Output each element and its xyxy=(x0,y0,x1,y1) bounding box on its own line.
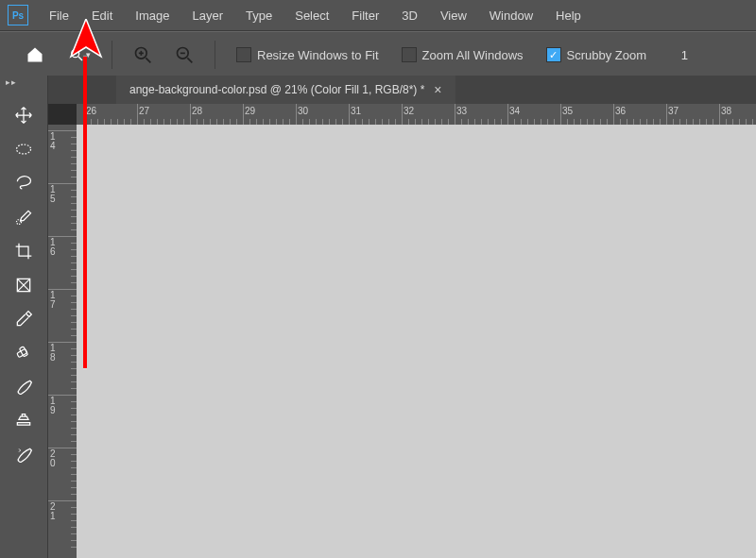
chevron-down-icon: ▾ xyxy=(86,50,91,59)
ruler-tick-label: 30 xyxy=(298,106,308,116)
document-tab[interactable]: ange-background-color.psd @ 21% (Color F… xyxy=(116,76,455,104)
ruler-tick-label: 14 xyxy=(50,132,60,151)
menu-image[interactable]: Image xyxy=(124,0,180,30)
menu-bar: Ps File Edit Image Layer Type Select Fil… xyxy=(0,0,756,31)
history-brush-tool[interactable] xyxy=(9,441,38,469)
menu-edit[interactable]: Edit xyxy=(80,0,124,30)
ruler-tick-label: 17 xyxy=(50,291,60,310)
ruler-tick-label: 37 xyxy=(668,106,679,116)
scrubby-zoom-label: Scrubby Zoom xyxy=(567,48,647,62)
tool-panel: ▸▸ xyxy=(0,76,48,558)
canvas[interactable] xyxy=(77,125,756,558)
home-button[interactable] xyxy=(23,42,47,67)
ruler-tick-label: 29 xyxy=(245,106,255,116)
menu-help[interactable]: Help xyxy=(544,0,593,30)
menu-select[interactable]: Select xyxy=(284,0,340,30)
ruler-tick-label: 33 xyxy=(456,106,467,116)
separator xyxy=(112,41,112,69)
clone-stamp-tool[interactable] xyxy=(9,407,38,435)
eyedropper-tool[interactable] xyxy=(9,305,38,333)
ruler-tick-label: 20 xyxy=(50,449,60,468)
ruler-tick-label: 34 xyxy=(509,106,520,116)
resize-windows-checkbox[interactable]: Resize Windows to Fit xyxy=(236,47,379,62)
menu-type[interactable]: Type xyxy=(234,0,284,30)
ruler-tick-label: 19 xyxy=(50,397,60,415)
document-tab-label: ange-background-color.psd @ 21% (Color F… xyxy=(129,83,424,96)
zoom-value: 1 xyxy=(665,48,688,62)
ruler-tick-label: 38 xyxy=(721,106,731,116)
panel-expand-icon[interactable]: ▸▸ xyxy=(6,77,17,87)
ruler-tick-label: 26 xyxy=(86,106,96,116)
ruler-tick-label: 18 xyxy=(50,344,60,363)
menu-file[interactable]: File xyxy=(38,0,80,30)
scrubby-zoom-checkbox[interactable]: ✓ Scrubby Zoom xyxy=(546,47,647,62)
ruler-vertical[interactable]: 1415161718192021 xyxy=(48,125,77,558)
ruler-tick-label: 28 xyxy=(192,106,202,116)
work-area: ▸▸ ange-background-color.psd @ 21% (Colo… xyxy=(0,76,756,558)
ruler-horizontal[interactable]: 26272829303132333435363738 xyxy=(77,104,756,126)
ruler-tick-label: 16 xyxy=(50,238,60,257)
svg-point-10 xyxy=(17,220,22,225)
zoom-in-button[interactable] xyxy=(128,40,158,70)
checkbox-icon xyxy=(236,47,251,62)
photoshop-logo-icon: Ps xyxy=(8,5,28,25)
lasso-tool[interactable] xyxy=(9,169,38,197)
svg-rect-13 xyxy=(19,347,27,357)
svg-point-9 xyxy=(17,144,31,154)
svg-point-0 xyxy=(71,50,78,58)
close-icon[interactable]: × xyxy=(434,82,441,97)
ruler-tick-label: 21 xyxy=(50,502,60,521)
zoom-all-label: Zoom All Windows xyxy=(422,48,524,62)
svg-line-1 xyxy=(78,57,82,60)
resize-windows-label: Resize Windows to Fit xyxy=(257,48,379,62)
zoom-all-windows-checkbox[interactable]: Zoom All Windows xyxy=(402,47,524,62)
svg-line-7 xyxy=(187,58,192,62)
brush-tool[interactable] xyxy=(9,373,38,401)
ruler-tick-label: 36 xyxy=(615,106,626,116)
zoom-out-button[interactable] xyxy=(169,40,199,70)
ruler-tick-label: 31 xyxy=(351,106,361,116)
ruler-tick-label: 32 xyxy=(404,106,414,116)
menu-window[interactable]: Window xyxy=(478,0,544,30)
menu-layer[interactable]: Layer xyxy=(181,0,235,30)
healing-brush-tool[interactable] xyxy=(9,339,38,367)
marquee-tool[interactable] xyxy=(9,135,38,163)
separator xyxy=(215,41,215,69)
ruler-tick-label: 27 xyxy=(139,106,149,116)
svg-line-3 xyxy=(146,58,150,62)
tool-preset-button[interactable]: ▾ xyxy=(60,42,98,68)
menu-3d[interactable]: 3D xyxy=(390,0,429,30)
checkbox-checked-icon: ✓ xyxy=(546,47,561,62)
document-area: ange-background-color.psd @ 21% (Color F… xyxy=(48,76,756,558)
options-bar: ▾ Resize Windows to Fit Zoom All Windows… xyxy=(0,31,756,78)
document-tab-bar: ange-background-color.psd @ 21% (Color F… xyxy=(48,76,756,105)
ruler-tick-label: 15 xyxy=(50,185,60,204)
quick-select-tool[interactable] xyxy=(9,203,38,231)
checkbox-icon xyxy=(402,47,417,62)
menu-filter[interactable]: Filter xyxy=(340,0,390,30)
crop-tool[interactable] xyxy=(9,237,38,265)
ruler-tick-label: 35 xyxy=(562,106,573,116)
frame-tool[interactable] xyxy=(9,271,38,299)
move-tool[interactable] xyxy=(9,101,38,129)
menu-view[interactable]: View xyxy=(429,0,478,30)
